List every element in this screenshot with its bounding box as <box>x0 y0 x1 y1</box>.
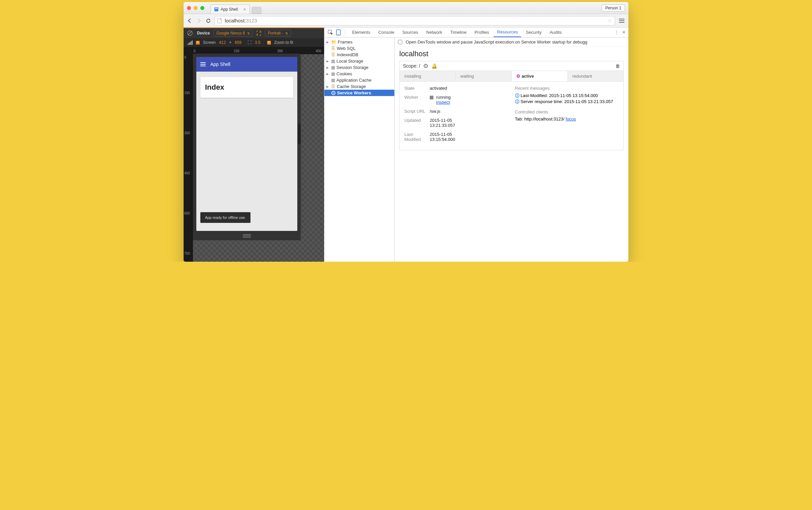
tab-sources[interactable]: Sources <box>399 28 422 37</box>
tab-title: App Shell <box>221 7 238 12</box>
device-select[interactable]: Google Nexus 6 ⇅ <box>213 30 253 36</box>
devtools-panel: Elements Console Sources Network Timelin… <box>324 27 628 262</box>
ruler-vertical: 0 150 300 450 600 750 <box>184 54 193 262</box>
divider <box>345 29 345 35</box>
recent-messages-head: Recent messages <box>515 86 619 91</box>
tab-elements[interactable]: Elements <box>349 28 373 37</box>
ruler-tick: 450 <box>316 49 321 53</box>
screen-height[interactable]: 659 <box>235 40 241 45</box>
tree-sessionstorage[interactable]: ▶▦Session Storage <box>324 64 394 70</box>
trash-icon[interactable]: 🗑 <box>615 63 620 68</box>
card: Index <box>200 77 293 98</box>
device-toolbar: Device Google Nexus 6 ⇅ Portrait ‑ ⇅ <box>184 28 324 38</box>
new-tab-button[interactable] <box>252 7 261 14</box>
focus-link[interactable]: focus <box>566 116 576 121</box>
orientation-select[interactable]: Portrait ‑ ⇅ <box>265 30 291 36</box>
tab-security[interactable]: Security <box>522 28 545 37</box>
worker-value: runninginspect <box>430 95 508 105</box>
ruler-tick: 450 <box>184 171 190 175</box>
tree-serviceworkers[interactable]: Service Workers <box>324 90 394 96</box>
stop-icon[interactable] <box>430 96 433 100</box>
sw-origin-title: localhost <box>395 47 628 60</box>
info-icon: ⓘ <box>515 93 519 98</box>
device-toolbar-2: Screen 412 × 659 ⛶ 3.5 Zoom to fit <box>184 38 324 47</box>
tab-resources[interactable]: Resources <box>493 27 521 37</box>
screen-width[interactable]: 412 <box>219 40 226 45</box>
device-mode-icon[interactable] <box>335 29 342 35</box>
ruler-tick: 150 <box>184 91 190 95</box>
chevron-updown-icon: ⇅ <box>285 31 288 35</box>
more-icon[interactable]: ⋮ <box>614 30 619 35</box>
toast: App ready for offline use. <box>200 212 250 223</box>
inspect-link[interactable]: inspect <box>436 100 450 105</box>
url-text: localhost:3123 <box>225 18 257 23</box>
back-button[interactable] <box>186 18 193 24</box>
tree-localstorage[interactable]: ▶▦Local Storage <box>324 58 394 64</box>
bell-icon[interactable]: 🔔 <box>431 63 437 68</box>
gear-icon[interactable] <box>423 64 428 68</box>
bookmark-icon[interactable]: ☆ <box>607 18 612 24</box>
menu-button[interactable] <box>618 18 626 24</box>
ruler-tick: 750 <box>184 252 190 255</box>
worker-key: Worker <box>404 95 430 105</box>
tree-websql[interactable]: 🗄Web SQL <box>324 45 394 52</box>
svg-point-9 <box>425 65 426 66</box>
tree-frames[interactable]: ▶📁Frames <box>324 39 394 45</box>
swap-icon[interactable] <box>256 30 262 36</box>
tree-cookies[interactable]: ▶▦Cookies <box>324 70 394 77</box>
pause-checkbox[interactable] <box>398 40 402 44</box>
client-row: Tab: http://localhost:3123/ focus <box>515 116 619 121</box>
lastmod-key: Last-Modified <box>404 132 430 142</box>
resources-main: Open DevTools window and pause JavaScrip… <box>395 37 628 262</box>
tree-appcache[interactable]: ▦Application Cache <box>324 77 394 83</box>
svg-point-5 <box>338 34 339 34</box>
titlebar: App Shell × Person 1 <box>184 2 628 14</box>
scope-bar: Scope: / 🔔 🗑 <box>399 61 624 70</box>
reload-button[interactable] <box>205 18 212 24</box>
close-devtools-icon[interactable]: ✕ <box>622 30 626 35</box>
tab-console[interactable]: Console <box>375 28 398 37</box>
zoom-checkbox[interactable] <box>267 41 271 45</box>
devtools-tabs: Elements Console Sources Network Timelin… <box>324 27 628 37</box>
app-title: App Shell <box>210 62 231 67</box>
msg-row: ⓘServer response time: 2015-11-05 13:21:… <box>515 99 619 105</box>
ruler-tick: 0 <box>184 56 186 59</box>
tab-close-icon[interactable]: × <box>243 7 246 12</box>
forward-button[interactable] <box>196 18 202 24</box>
minimize-window-icon[interactable] <box>193 6 198 10</box>
content-area: Device Google Nexus 6 ⇅ Portrait ‑ ⇅ Scr… <box>184 27 628 262</box>
page-icon <box>214 7 219 12</box>
browser-window: App Shell × Person 1 localhost:3123 ☆ De… <box>184 2 628 262</box>
tab-timeline[interactable]: Timeline <box>447 28 470 37</box>
sw-col-left: Stateactivated Workerrunninginspect Scri… <box>404 86 508 146</box>
dpr-value[interactable]: 3.5 <box>255 40 261 45</box>
profile-button[interactable]: Person 1 <box>602 4 625 12</box>
script-key: Script URL <box>404 109 430 114</box>
stair-icon[interactable] <box>188 40 192 45</box>
browser-tab[interactable]: App Shell × <box>210 4 250 14</box>
tab-network[interactable]: Network <box>423 28 446 37</box>
info-icon: ⓘ <box>515 99 519 104</box>
inspect-icon[interactable] <box>327 30 334 35</box>
menu-icon[interactable] <box>200 62 206 66</box>
sw-tab-installing[interactable]: installing <box>400 71 456 81</box>
times-label: × <box>229 40 232 45</box>
state-value: activated <box>430 86 508 91</box>
tab-audits[interactable]: Audits <box>546 28 565 37</box>
sw-tab-redundant[interactable]: redundant <box>568 71 624 81</box>
sw-tab-active[interactable]: ⚙ active <box>512 71 568 81</box>
maximize-window-icon[interactable] <box>200 6 204 10</box>
script-value: /sw.js <box>430 109 508 114</box>
tree-indexeddb[interactable]: 🗄IndexedDB <box>324 52 394 58</box>
zoom-label: Zoom to fit <box>274 40 293 45</box>
close-window-icon[interactable] <box>187 6 191 10</box>
screen-checkbox[interactable] <box>196 41 200 45</box>
svg-rect-2 <box>218 19 221 23</box>
tab-profiles[interactable]: Profiles <box>471 28 492 37</box>
tree-cachestorage[interactable]: ▶🗄Cache Storage <box>324 83 394 90</box>
address-bar[interactable]: localhost:3123 ☆ <box>214 16 615 25</box>
scrollbar[interactable] <box>298 124 301 144</box>
svg-point-7 <box>333 92 334 93</box>
no-sign-icon[interactable] <box>187 30 192 35</box>
sw-tab-waiting[interactable]: waiting <box>456 71 512 81</box>
